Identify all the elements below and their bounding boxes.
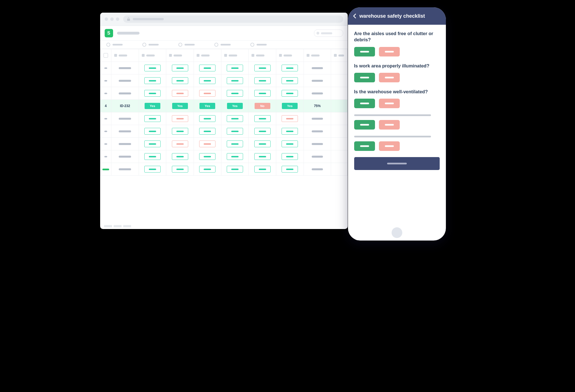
answer-yes-chip (282, 153, 298, 160)
answer-yes-chip (172, 128, 188, 135)
answer-cell (221, 87, 249, 100)
question-placeholder (354, 114, 431, 116)
address-bar[interactable] (123, 15, 343, 23)
answer-yes-chip (254, 166, 271, 173)
table-row[interactable] (100, 150, 347, 163)
table-row[interactable] (100, 138, 347, 150)
app-logo[interactable]: S (105, 29, 113, 37)
answer-yes-chip (254, 128, 271, 135)
answer-cell (249, 62, 276, 74)
answer-yes-button[interactable] (354, 141, 375, 151)
user-name-placeholder (321, 32, 332, 34)
row-id (111, 87, 139, 100)
id-placeholder (119, 156, 131, 158)
column-header[interactable] (221, 49, 249, 62)
filter-tab[interactable] (214, 43, 231, 47)
back-icon[interactable] (353, 13, 356, 19)
answer-yes-chip (144, 153, 161, 160)
row-index (100, 87, 111, 100)
percent-placeholder (312, 156, 323, 158)
filter-tabs (100, 41, 348, 49)
id-placeholder (119, 168, 131, 170)
column-header[interactable] (194, 49, 221, 62)
answer-no-chip (172, 90, 188, 97)
window-controls[interactable] (105, 17, 119, 21)
answer-yes-chip (227, 77, 243, 84)
row-percent (304, 62, 331, 74)
row-percent (304, 163, 331, 176)
results-table: 4ID-232YesYesYesYesNoYes75% (100, 49, 348, 176)
table-row[interactable] (100, 163, 347, 176)
filter-tab[interactable] (250, 43, 267, 47)
table-row[interactable] (100, 74, 347, 87)
answer-cell (166, 62, 194, 74)
answer-no-button[interactable] (379, 120, 400, 130)
table-row[interactable]: 4ID-232YesYesYesYesNoYes75% (100, 100, 347, 112)
id-placeholder (119, 80, 131, 82)
answer-no-button[interactable] (379, 99, 400, 108)
answer-cell (276, 150, 304, 163)
footer-accent (102, 169, 109, 170)
answer-cell (166, 150, 194, 163)
filter-tab[interactable] (178, 43, 195, 47)
index-placeholder (104, 131, 107, 132)
question-placeholder (354, 136, 431, 137)
window-dot[interactable] (105, 17, 108, 21)
answer-cell (139, 125, 166, 138)
filter-tab[interactable] (106, 43, 123, 47)
answer-yes-chip: Yes (172, 103, 188, 109)
answer-cell (139, 87, 166, 100)
column-header[interactable] (111, 49, 139, 62)
column-header[interactable] (139, 49, 166, 62)
table-header-row (100, 49, 347, 62)
select-all-header[interactable] (100, 49, 111, 62)
table-row[interactable] (100, 62, 347, 74)
answer-cell (139, 74, 166, 87)
answer-cell (166, 125, 194, 138)
answer-cell (194, 138, 221, 150)
answer-no-button[interactable] (379, 73, 400, 82)
filter-tab[interactable] (142, 43, 159, 47)
answer-yes-button[interactable] (354, 47, 375, 56)
answer-cell: No (249, 100, 276, 112)
id-placeholder (119, 67, 131, 69)
answer-yes-button[interactable] (354, 120, 375, 130)
answer-yes-chip (254, 77, 271, 84)
column-header[interactable] (249, 49, 276, 62)
answer-yes-chip (199, 128, 215, 135)
answer-cell (221, 74, 249, 87)
row-index (100, 62, 111, 74)
column-header[interactable] (276, 49, 304, 62)
answer-cell (221, 138, 249, 150)
answer-yes-chip: Yes (199, 103, 215, 109)
window-dot[interactable] (116, 17, 119, 21)
answer-yes-chip (199, 65, 215, 71)
window-dot[interactable] (110, 17, 114, 21)
answer-yes-chip (254, 153, 271, 160)
app-logo-letter: S (107, 31, 110, 36)
row-id (111, 112, 139, 125)
lock-icon (127, 17, 130, 21)
column-header[interactable] (304, 49, 331, 62)
percent-placeholder (312, 168, 323, 170)
address-placeholder (133, 18, 164, 20)
user-menu[interactable] (314, 30, 343, 37)
answer-no-button[interactable] (379, 47, 400, 56)
row-id (111, 138, 139, 150)
answer-no-button[interactable] (379, 141, 400, 151)
answer-no-chip (282, 115, 298, 122)
row-percent (304, 125, 331, 138)
answer-yes-button[interactable] (354, 73, 375, 82)
answer-yes-chip (199, 77, 215, 84)
answer-yes-chip (282, 90, 298, 97)
home-indicator[interactable] (348, 225, 446, 241)
table-row[interactable] (100, 125, 347, 138)
answer-yes-chip: Yes (145, 103, 160, 109)
table-row[interactable] (100, 87, 347, 100)
submit-button[interactable] (354, 157, 440, 170)
table-row[interactable] (100, 112, 347, 125)
column-header[interactable] (166, 49, 194, 62)
question-text: Is the warehouse well-ventilated? (354, 89, 440, 95)
answer-yes-button[interactable] (354, 99, 375, 108)
phone-body: Are the aisles used free of clutter or d… (348, 25, 446, 225)
